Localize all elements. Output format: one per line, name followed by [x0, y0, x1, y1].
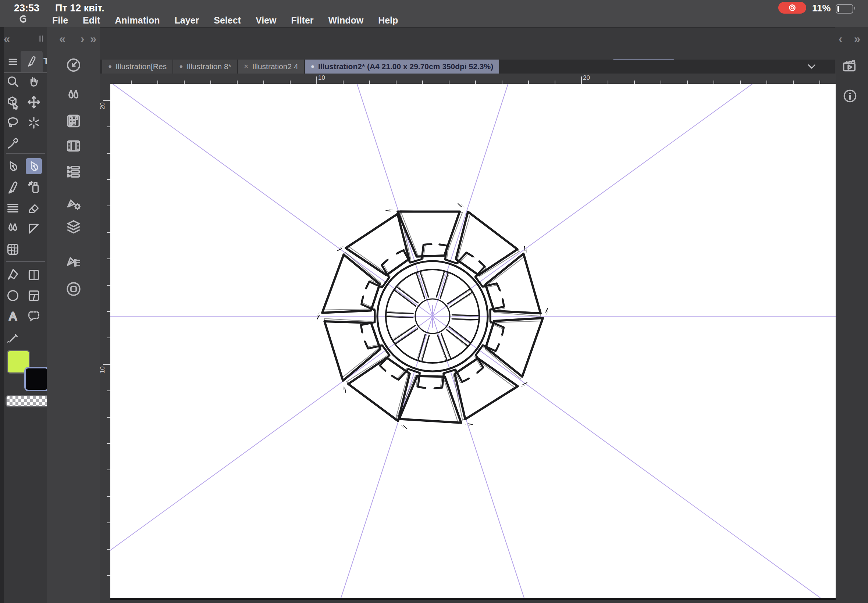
quick-zoom-reset-button[interactable] [64, 56, 83, 74]
tool-eraser[interactable] [26, 200, 42, 216]
tool-gradient[interactable] [26, 267, 42, 283]
menu-help[interactable]: Help [378, 15, 398, 26]
record-icon [788, 3, 797, 12]
drawing-canvas[interactable] [110, 84, 836, 600]
document-tab-2[interactable]: ● Illustration 8* [173, 60, 237, 74]
ruler-tick [107, 258, 110, 259]
quick-blend-button[interactable] [64, 87, 83, 105]
ruler-tick [316, 76, 317, 84]
information-button[interactable] [840, 86, 860, 106]
expand-right-icon[interactable]: » [854, 33, 860, 45]
tool-blend[interactable] [5, 221, 21, 237]
ruler-tick [107, 575, 110, 576]
tab-modified-dot: ● [108, 63, 112, 70]
ruler-tick [369, 80, 370, 84]
tool-liquify[interactable] [5, 241, 21, 257]
drag-handle-icon[interactable] [36, 34, 46, 43]
menu-window[interactable]: Window [328, 15, 364, 26]
menu-animation[interactable]: Animation [115, 15, 159, 26]
quick-sub-tool-button[interactable] [64, 251, 83, 269]
tab-list-chevron[interactable] [802, 60, 822, 73]
command-bar [0, 27, 868, 60]
tool-marker[interactable] [5, 179, 21, 196]
menu-file[interactable]: File [52, 15, 68, 26]
ruler-tick [766, 80, 767, 84]
top-bar: 23:53 Пт 12 квіт. 11% File Edit Animatio… [0, 0, 868, 27]
quick-navigator-button[interactable] [64, 280, 83, 298]
tool-story-line[interactable] [5, 329, 21, 346]
menu-view[interactable]: View [255, 15, 277, 26]
ruler-tick [107, 232, 110, 233]
quick-screentone-button[interactable] [64, 112, 83, 130]
quick-tool-settings-button[interactable] [64, 194, 83, 212]
tab-modified-dot: ● [179, 63, 183, 70]
ruler-tick [608, 80, 608, 84]
ruler-label: 20 [583, 74, 590, 82]
tool-auto-select[interactable] [26, 115, 42, 131]
ruler-tick [107, 549, 110, 550]
menu-edit[interactable]: Edit [83, 15, 100, 26]
collapse-left-icon[interactable]: « [59, 33, 65, 45]
gear-sketch-with-symmetry-ruler [110, 84, 836, 600]
ruler-tick [107, 391, 110, 391]
ruler-tick [107, 127, 110, 127]
ruler-label: 20 [99, 103, 106, 110]
collapse-left-icon[interactable]: « [4, 33, 10, 45]
ruler-tick [107, 443, 110, 444]
tool-airbrush[interactable] [26, 179, 42, 196]
tool-move[interactable] [26, 94, 42, 110]
quick-timeline-list-button[interactable] [64, 162, 83, 181]
ruler-tick [107, 523, 110, 523]
quick-layers-button[interactable] [64, 218, 83, 236]
ruler-tick [555, 80, 555, 84]
tool-text[interactable] [5, 308, 21, 324]
tool-lasso[interactable] [5, 115, 21, 131]
quick-animation-film-button[interactable] [64, 137, 83, 155]
expand-right-icon[interactable]: » [90, 33, 96, 45]
collapse-left-small-icon[interactable]: ‹ [839, 33, 842, 45]
ruler-tick [422, 80, 423, 84]
vertical-ruler: 2010 [100, 84, 110, 600]
sub-color-swatch-selected[interactable] [24, 367, 49, 391]
document-tab-active[interactable]: ● Illustration2* (A4 21.00 x 29.70cm 350… [305, 60, 500, 74]
tool-frame-border[interactable] [26, 288, 42, 304]
ruler-tick [107, 153, 110, 154]
page-bottom-pasteboard [100, 600, 836, 603]
pen-tool-tab[interactable] [21, 51, 43, 72]
animation-clapper-button[interactable] [839, 56, 859, 76]
menu-filter[interactable]: Filter [291, 15, 313, 26]
ruler-tick [107, 417, 110, 418]
ruler-tick [713, 80, 714, 84]
menu-bar: File Edit Animation Layer Select View Fi… [16, 13, 398, 27]
left-collapse-strip [0, 27, 4, 603]
tool-hand[interactable] [26, 74, 42, 90]
tool-operate-3d[interactable] [5, 94, 21, 110]
tab-close-icon[interactable]: × [244, 62, 249, 71]
document-tab-1[interactable]: ● Illustration[Res [102, 60, 172, 74]
tool-pen[interactable] [5, 158, 21, 174]
tool-figure[interactable] [5, 288, 21, 304]
screen-record-indicator[interactable] [778, 2, 806, 14]
ruler-tick [396, 80, 396, 84]
palette-menu-icon[interactable] [7, 56, 19, 67]
expand-right-small-icon[interactable]: › [80, 33, 84, 45]
tool-fill[interactable] [5, 267, 21, 283]
transparent-color-swatch[interactable] [6, 395, 50, 407]
menu-select[interactable]: Select [214, 15, 241, 26]
menu-layer[interactable]: Layer [175, 15, 200, 26]
tool-pen-selected[interactable] [26, 158, 42, 174]
tool-balloon[interactable] [26, 308, 42, 324]
ruler-tick [107, 285, 110, 286]
quick-access-column: « › » [47, 27, 100, 603]
tool-hatching[interactable] [5, 200, 21, 216]
horizontal-ruler: 1020 [110, 74, 836, 84]
ruler-tick [820, 80, 820, 84]
ruler-tick [661, 80, 661, 84]
date: Пт 12 квіт. [55, 3, 104, 14]
document-tab-3[interactable]: × Illustration2 4 [238, 60, 304, 74]
tool-zoom[interactable] [5, 74, 21, 90]
ruler-tick [210, 80, 211, 84]
clip-studio-paint-logo[interactable] [16, 13, 31, 28]
tool-eyedropper[interactable] [5, 135, 21, 152]
tool-decoration[interactable] [26, 221, 42, 237]
